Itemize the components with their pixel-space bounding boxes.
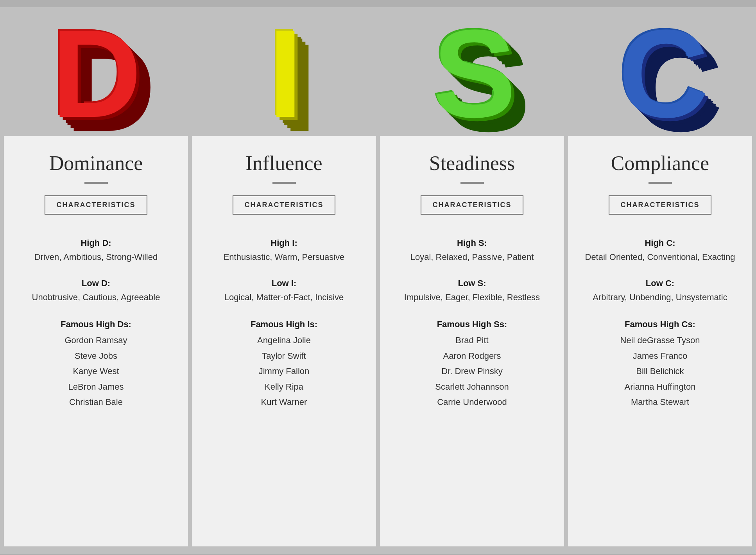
famous-name: Aaron Rodgers: [392, 348, 552, 364]
title-divider: [272, 182, 296, 184]
high-values: Loyal, Relaxed, Passive, Patient: [392, 251, 552, 263]
low-values: Logical, Matter-of-Fact, Incisive: [204, 291, 364, 304]
low-values: Impulsive, Eager, Flexible, Restless: [392, 291, 552, 304]
high-block: High I: Enthusiastic, Warm, Persuasive: [204, 230, 364, 267]
famous-name: Neil deGrasse Tyson: [580, 333, 740, 348]
low-block: Low D: Unobtrusive, Cautious, Agreeable: [16, 270, 176, 307]
card-title-steadiness: Steadiness: [429, 152, 515, 175]
card-influence: Influence CHARACTERISTICS High I: Enthus…: [192, 136, 376, 546]
letter-i-container: I: [189, 7, 378, 136]
low-values: Unobtrusive, Cautious, Agreeable: [16, 291, 176, 304]
characteristics-button-influence[interactable]: CHARACTERISTICS: [233, 195, 335, 215]
famous-name: Dr. Drew Pinsky: [392, 363, 552, 379]
famous-name: Scarlett Johannson: [392, 379, 552, 395]
low-label: Low S:: [392, 278, 552, 288]
famous-block: Famous High Is: Angelina JolieTaylor Swi…: [204, 311, 364, 410]
high-values: Enthusiastic, Warm, Persuasive: [204, 251, 364, 263]
letter-d-container: D: [0, 7, 189, 136]
characteristics-button-steadiness[interactable]: CHARACTERISTICS: [421, 195, 523, 215]
low-label: Low D:: [16, 278, 176, 288]
famous-block: Famous High Ss: Brad PittAaron RodgersDr…: [392, 311, 552, 410]
famous-name: Jimmy Fallon: [204, 363, 364, 379]
low-block: Low C: Arbitrary, Unbending, Unsystemati…: [580, 270, 740, 307]
famous-name: Kanye West: [16, 363, 176, 379]
characteristics-button-dominance[interactable]: CHARACTERISTICS: [45, 195, 147, 215]
letter-c: C: [618, 11, 705, 136]
card-steadiness: Steadiness CHARACTERISTICS High S: Loyal…: [380, 136, 564, 546]
famous-label: Famous High Is:: [204, 319, 364, 329]
famous-name: Brad Pitt: [392, 333, 552, 348]
low-block: Low I: Logical, Matter-of-Fact, Incisive: [204, 270, 364, 307]
characteristics-button-compliance[interactable]: CHARACTERISTICS: [609, 195, 711, 215]
famous-label: Famous High Ss:: [392, 319, 552, 329]
high-label: High C:: [580, 238, 740, 248]
famous-label: Famous High Ds:: [16, 319, 176, 329]
high-label: High D:: [16, 238, 176, 248]
famous-name: James Franco: [580, 348, 740, 364]
famous-name: Martha Stewart: [580, 394, 740, 410]
title-divider: [649, 182, 672, 184]
high-block: High S: Loyal, Relaxed, Passive, Patient: [392, 230, 552, 267]
cards-section: Dominance CHARACTERISTICS High D: Driven…: [0, 136, 756, 554]
card-title-influence: Influence: [245, 152, 322, 175]
famous-block: Famous High Cs: Neil deGrasse TysonJames…: [580, 311, 740, 410]
famous-name: Arianna Huffington: [580, 379, 740, 395]
famous-label: Famous High Cs:: [580, 319, 740, 329]
card-dominance: Dominance CHARACTERISTICS High D: Driven…: [4, 136, 188, 546]
low-label: Low C:: [580, 278, 740, 288]
high-block: High C: Detail Oriented, Conventional, E…: [580, 230, 740, 267]
high-label: High I:: [204, 238, 364, 248]
low-label: Low I:: [204, 278, 364, 288]
famous-block: Famous High Ds: Gordon RamsaySteve JobsK…: [16, 311, 176, 410]
letter-i: I: [268, 11, 299, 136]
famous-name: Kelly Ripa: [204, 379, 364, 395]
high-values: Driven, Ambitious, Strong-Willed: [16, 251, 176, 263]
top-bar: [0, 0, 756, 7]
famous-name: Angelina Jolie: [204, 333, 364, 348]
title-divider: [84, 182, 108, 184]
famous-name: Carrie Underwood: [392, 394, 552, 410]
high-values: Detail Oriented, Conventional, Exacting: [580, 251, 740, 263]
card-title-compliance: Compliance: [611, 152, 709, 175]
letters-section: D I S C: [0, 7, 756, 136]
card-compliance: Compliance CHARACTERISTICS High C: Detai…: [568, 136, 752, 546]
famous-name: Gordon Ramsay: [16, 333, 176, 348]
letter-s-container: S: [378, 7, 567, 136]
famous-name: Kurt Warner: [204, 394, 364, 410]
famous-name: LeBron James: [16, 379, 176, 395]
high-label: High S:: [392, 238, 552, 248]
famous-name: Taylor Swift: [204, 348, 364, 364]
famous-name: Bill Belichick: [580, 363, 740, 379]
card-title-dominance: Dominance: [49, 152, 143, 175]
letter-c-container: C: [567, 7, 756, 136]
letter-s: S: [433, 11, 512, 136]
letter-d: D: [51, 11, 138, 136]
famous-name: Steve Jobs: [16, 348, 176, 364]
high-block: High D: Driven, Ambitious, Strong-Willed: [16, 230, 176, 267]
famous-name: Christian Bale: [16, 394, 176, 410]
low-block: Low S: Impulsive, Eager, Flexible, Restl…: [392, 270, 552, 307]
title-divider: [460, 182, 484, 184]
low-values: Arbitrary, Unbending, Unsystematic: [580, 291, 740, 304]
